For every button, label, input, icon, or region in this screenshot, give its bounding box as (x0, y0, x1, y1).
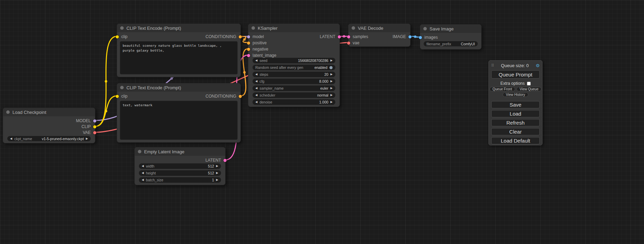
node-vae-decode[interactable]: VAE Decode samples vae IMAGE (348, 24, 411, 47)
widget-batch-size[interactable]: ◀ batch_size 1 ▶ (139, 177, 221, 183)
widget-seed[interactable]: ◀ seed 156680208700286 ▶ (253, 58, 335, 63)
clip-pin-icon[interactable] (116, 95, 119, 98)
decrement-arrow-icon[interactable]: ◀ (142, 172, 144, 174)
vae-pin-icon[interactable] (347, 42, 350, 45)
collapse-dot-icon[interactable] (252, 26, 255, 30)
conditioning-pin-icon[interactable] (247, 48, 250, 51)
node-title-bar[interactable]: KSampler (248, 24, 339, 32)
node-title-bar[interactable]: Empty Latent Image (135, 147, 225, 156)
widget-sampler-name[interactable]: ◀ sampler_name euler ▶ (253, 85, 335, 91)
model-pin-icon[interactable] (93, 119, 96, 123)
output-slot-clip[interactable]: CLIP (81, 124, 96, 130)
decrement-arrow-icon[interactable]: ◀ (142, 165, 144, 168)
widget-height[interactable]: ◀ height 512 ▶ (139, 170, 221, 176)
drag-handle-icon[interactable]: ⠿ (491, 63, 494, 68)
increment-arrow-icon[interactable]: ▶ (216, 172, 218, 174)
prompt-textarea[interactable]: text, watermark (120, 101, 238, 140)
increment-arrow-icon[interactable]: ▶ (86, 137, 88, 140)
decrement-arrow-icon[interactable]: ◀ (255, 87, 257, 90)
decrement-arrow-icon[interactable]: ◀ (255, 101, 257, 103)
load-default-button[interactable]: Load Default (491, 137, 540, 144)
input-slot-positive[interactable]: positive (247, 40, 267, 46)
decrement-arrow-icon[interactable]: ◀ (255, 80, 257, 83)
increment-arrow-icon[interactable]: ▶ (330, 73, 333, 76)
widget-scheduler[interactable]: ◀ scheduler normal ▶ (253, 92, 335, 98)
increment-arrow-icon[interactable]: ▶ (330, 101, 333, 103)
input-slot-images[interactable]: images (419, 34, 438, 40)
conditioning-pin-icon[interactable] (239, 95, 242, 98)
toggle-knob-icon[interactable] (329, 66, 333, 69)
vae-pin-icon[interactable] (93, 131, 96, 134)
output-slot-latent[interactable]: LATENT (205, 157, 227, 163)
widget-ckpt-name[interactable]: ◀ ckpt_name v1-5-pruned-emaonly.ckpt ▶ (7, 136, 91, 141)
output-slot-image[interactable]: IMAGE (392, 34, 412, 40)
latent-pin-icon[interactable] (338, 35, 341, 38)
node-title-bar[interactable]: Load Checkpoint (3, 108, 95, 116)
latent-pin-icon[interactable] (247, 54, 250, 57)
load-button[interactable]: Load (491, 110, 540, 117)
decrement-arrow-icon[interactable]: ◀ (255, 94, 257, 97)
view-history-button[interactable]: View History (503, 92, 528, 97)
node-title-bar[interactable]: VAE Decode (349, 24, 410, 32)
input-slot-model[interactable]: model (247, 34, 264, 40)
widget-cfg[interactable]: ◀ cfg 8.000 ▶ (253, 79, 335, 84)
node-title-bar[interactable]: CLIP Text Encode (Prompt) (117, 24, 240, 32)
collapse-dot-icon[interactable] (423, 27, 427, 30)
increment-arrow-icon[interactable]: ▶ (216, 165, 218, 168)
image-pin-icon[interactable] (408, 35, 412, 38)
collapse-dot-icon[interactable] (6, 110, 10, 114)
output-slot-conditioning[interactable]: CONDITIONING (205, 93, 242, 99)
node-save-image[interactable]: Save Image images filename_prefix ComfyU… (420, 24, 482, 49)
increment-arrow-icon[interactable]: ▶ (330, 87, 333, 90)
widget-denoise[interactable]: ◀ denoise 1.000 ▶ (253, 99, 335, 105)
node-ksampler[interactable]: KSampler model positive negative latent_… (248, 24, 340, 107)
input-slot-negative[interactable]: negative (247, 46, 268, 52)
collapse-dot-icon[interactable] (120, 86, 124, 89)
conditioning-pin-icon[interactable] (247, 42, 250, 45)
model-pin-icon[interactable] (247, 35, 250, 38)
node-title-bar[interactable]: CLIP Text Encode (Prompt) (117, 83, 240, 92)
widget-random-seed-toggle[interactable]: Random seed after every gen enabled (253, 65, 335, 70)
node-load-checkpoint[interactable]: Load Checkpoint MODEL CLIP VAE ◀ ckpt_na… (3, 108, 95, 143)
increment-arrow-icon[interactable]: ▶ (330, 94, 333, 97)
collapse-dot-icon[interactable] (120, 26, 124, 30)
collapse-dot-icon[interactable] (352, 26, 355, 30)
prompt-textarea[interactable]: beautiful scenery nature glass bottle la… (120, 41, 238, 74)
decrement-arrow-icon[interactable]: ◀ (10, 137, 12, 140)
widget-steps[interactable]: ◀ steps 20 ▶ (253, 72, 335, 77)
save-button[interactable]: Save (491, 101, 540, 108)
decrement-arrow-icon[interactable]: ◀ (142, 179, 144, 181)
output-slot-vae[interactable]: VAE (83, 129, 96, 136)
clip-pin-icon[interactable] (93, 125, 96, 128)
latent-pin-icon[interactable] (347, 35, 350, 38)
increment-arrow-icon[interactable]: ▶ (330, 59, 333, 62)
widget-filename-prefix[interactable]: filename_prefix ComfyUI (424, 41, 478, 46)
input-slot-vae[interactable]: vae (347, 40, 359, 46)
node-clip-text-encode-positive[interactable]: CLIP Text Encode (Prompt) clip CONDITION… (117, 24, 241, 77)
output-slot-model[interactable]: MODEL (76, 118, 96, 124)
output-slot-conditioning[interactable]: CONDITIONING (205, 34, 242, 40)
input-slot-clip[interactable]: clip (116, 34, 127, 40)
queue-front-button[interactable]: Queue Front (489, 87, 515, 91)
increment-arrow-icon[interactable]: ▶ (216, 179, 218, 181)
node-title-bar[interactable]: Save Image (420, 25, 481, 33)
extra-options-checkbox[interactable] (527, 82, 531, 85)
view-queue-button[interactable]: View Queue (517, 87, 541, 91)
conditioning-pin-icon[interactable] (239, 35, 242, 38)
increment-arrow-icon[interactable]: ▶ (330, 80, 333, 83)
output-slot-latent[interactable]: LATENT (320, 34, 341, 40)
latent-pin-icon[interactable] (223, 159, 227, 162)
refresh-button[interactable]: Refresh (491, 119, 540, 126)
image-pin-icon[interactable] (419, 36, 422, 39)
node-clip-text-encode-negative[interactable]: CLIP Text Encode (Prompt) clip CONDITION… (117, 83, 241, 143)
settings-gear-icon[interactable]: ⚙ (536, 63, 540, 68)
clear-button[interactable]: Clear (491, 128, 540, 135)
node-empty-latent-image[interactable]: Empty Latent Image LATENT ◀ width 512 ▶ … (134, 147, 226, 185)
queue-prompt-button[interactable]: Queue Prompt (491, 70, 540, 79)
widget-width[interactable]: ◀ width 512 ▶ (139, 163, 221, 169)
clip-pin-icon[interactable] (116, 35, 119, 38)
decrement-arrow-icon[interactable]: ◀ (255, 73, 257, 76)
decrement-arrow-icon[interactable]: ◀ (255, 59, 257, 62)
input-slot-samples[interactable]: samples (347, 34, 368, 40)
collapse-dot-icon[interactable] (138, 150, 141, 153)
